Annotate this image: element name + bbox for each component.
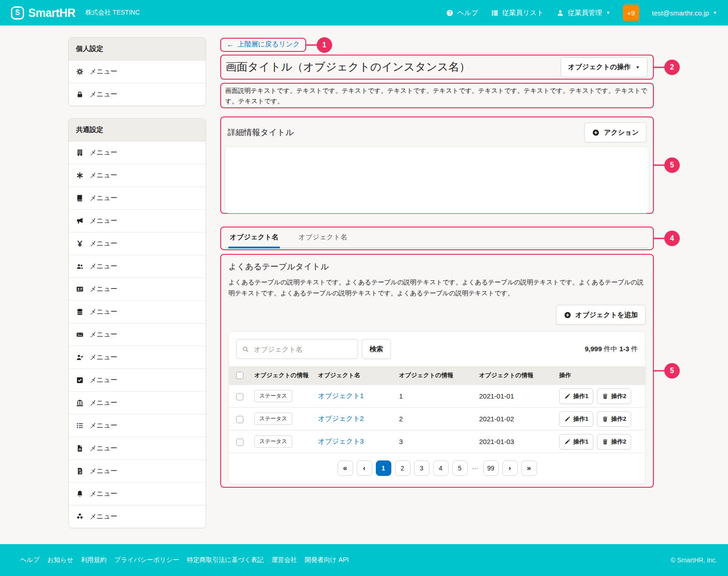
- footer-link-0[interactable]: ヘルプ: [20, 556, 40, 564]
- sidebar-item-book[interactable]: メニュー: [69, 187, 206, 209]
- sidebar-item-cubes[interactable]: メニュー: [69, 505, 206, 528]
- row-action-2-button[interactable]: 操作2: [597, 434, 631, 450]
- page-2-button[interactable]: 2: [395, 460, 410, 476]
- prev-page-button[interactable]: ‹: [357, 460, 372, 476]
- account-menu[interactable]: test@smarthr.co.jp▼: [652, 9, 717, 17]
- detail-header: 詳細情報タイトル アクション: [225, 121, 649, 147]
- smarthr-logo[interactable]: S SmartHR: [11, 6, 75, 20]
- object-link[interactable]: オブジェクト2: [318, 414, 364, 422]
- sidebar-item-database[interactable]: メニュー: [69, 300, 206, 323]
- app-header: S SmartHR 株式会社 TESTINC ヘルプ従業員リスト従業員管理▼+9…: [0, 0, 728, 25]
- sidebar-item-label: メニュー: [90, 148, 117, 157]
- last-page-button[interactable]: »: [521, 460, 537, 476]
- column-header-1: オブジェクト名: [314, 366, 395, 385]
- row-checkbox[interactable]: [236, 416, 243, 423]
- page: S SmartHR 株式会社 TESTINC ヘルプ従業員リスト従業員管理▼+9…: [0, 0, 728, 576]
- plus-circle-icon: [592, 129, 600, 136]
- plus-circle-icon: [564, 311, 571, 319]
- annotation-number-4: 4: [664, 231, 680, 246]
- sidebar-item-list[interactable]: メニュー: [69, 414, 206, 437]
- row-action-2-button[interactable]: 操作2: [597, 411, 631, 427]
- tab-object-1[interactable]: オブジェクト名: [228, 233, 280, 248]
- row-checkbox[interactable]: [236, 439, 243, 446]
- nav-help[interactable]: ヘルプ: [446, 9, 478, 17]
- page-99-button[interactable]: 99: [483, 460, 499, 476]
- row-action-1-button[interactable]: 操作1: [559, 434, 593, 450]
- select-all-checkbox[interactable]: [236, 372, 243, 379]
- id-card-icon: [76, 285, 84, 293]
- sidebar-item-label: メニュー: [90, 353, 117, 362]
- sidebar-item-megaphone[interactable]: メニュー: [69, 209, 206, 232]
- row-action-2-button[interactable]: 操作2: [597, 389, 631, 404]
- sidebar-item-building[interactable]: メニュー: [69, 141, 206, 164]
- footer-link-5[interactable]: 運営会社: [272, 556, 297, 564]
- sidebar-item-check-square[interactable]: メニュー: [69, 369, 206, 391]
- footer-link-3[interactable]: プライバシーポリシー: [114, 556, 179, 564]
- object-link[interactable]: オブジェクト1: [318, 392, 364, 399]
- page-3-button[interactable]: 3: [414, 460, 430, 476]
- sidebar-item-label: メニュー: [90, 490, 117, 498]
- back-link[interactable]: ← 上階層に戻るリンク: [227, 40, 300, 49]
- detail-action-button[interactable]: アクション: [584, 122, 647, 142]
- sidebar-item-label: メニュー: [90, 67, 117, 76]
- page-1-button[interactable]: 1: [376, 460, 391, 476]
- sidebar-item-gear[interactable]: メニュー: [69, 61, 206, 83]
- nav-employee-admin[interactable]: 従業員管理▼: [556, 9, 610, 17]
- row-action-1-button[interactable]: 操作1: [559, 411, 593, 427]
- sidebar-item-landmark[interactable]: メニュー: [69, 391, 206, 414]
- search-input[interactable]: [253, 345, 352, 354]
- account-email: test@smarthr.co.jp: [652, 9, 709, 17]
- sidebar-item-yen[interactable]: メニュー: [69, 232, 206, 255]
- sidebar-item-money-check[interactable]: メニュー: [69, 323, 206, 346]
- add-object-button[interactable]: オブジェクトを追加: [556, 305, 646, 325]
- result-count-middle: 件中: [604, 345, 617, 353]
- nav-help-label: ヘルプ: [457, 9, 478, 17]
- sidebar: 個人設定メニューメニュー共通設定メニューメニューメニューメニューメニューメニュー…: [68, 37, 206, 541]
- footer-link-6[interactable]: 開発者向け API: [305, 556, 349, 564]
- row-action-1-button[interactable]: 操作1: [559, 389, 593, 404]
- table-section-title: よくあるテーブルタイトル: [228, 261, 646, 272]
- result-count: 9,999 件中 1-3 件: [585, 345, 638, 354]
- row-action-2-label: 操作2: [611, 438, 626, 446]
- search-button[interactable]: 検索: [362, 339, 391, 359]
- footer-link-2[interactable]: 利用規約: [81, 556, 106, 564]
- status-badge: ステータス: [254, 413, 292, 425]
- sidebar-item-bell[interactable]: メニュー: [69, 482, 206, 505]
- annotation-connector: [653, 370, 665, 372]
- back-link-label: 上階層に戻るリンク: [238, 40, 300, 49]
- table-row: ステータスオブジェクト222021-01-02操作1操作2: [229, 408, 645, 430]
- status-badge: ステータス: [254, 435, 292, 448]
- page-4-button[interactable]: 4: [433, 460, 449, 476]
- copyright: © SmartHR, Inc.: [671, 556, 717, 564]
- row-checkbox[interactable]: [236, 393, 243, 400]
- sidebar-item-file-check[interactable]: メニュー: [69, 460, 206, 482]
- footer-link-1[interactable]: お知らせ: [47, 556, 73, 564]
- first-page-button[interactable]: «: [338, 460, 353, 476]
- sidebar-item-asterisk[interactable]: メニュー: [69, 164, 206, 187]
- row-actions-cell: 操作1操作2: [556, 385, 645, 408]
- object-link[interactable]: オブジェクト3: [318, 437, 364, 445]
- row-actions: 操作1操作2: [559, 389, 642, 404]
- sidebar-item-lock[interactable]: メニュー: [69, 83, 206, 106]
- annotation-connector: [653, 95, 654, 96]
- search-button-label: 検索: [369, 345, 383, 354]
- sidebar-item-user-check[interactable]: メニュー: [69, 346, 206, 369]
- annotation-box-back-link: ← 上階層に戻るリンク 1: [220, 38, 306, 52]
- smarthr-logo-text: SmartHR: [28, 6, 75, 20]
- tab-object-2[interactable]: オブジェクト名: [297, 233, 349, 248]
- notification-count-badge[interactable]: +9: [623, 5, 639, 21]
- add-button-row: オブジェクトを追加: [228, 305, 646, 325]
- trash-icon: [602, 416, 608, 422]
- nav-employee-list[interactable]: 従業員リスト: [491, 9, 544, 17]
- result-count-range: 1-3: [619, 345, 629, 353]
- object-actions-button[interactable]: オブジェクトの操作 ▼: [561, 57, 647, 77]
- sidebar-item-file[interactable]: メニュー: [69, 437, 206, 460]
- result-count-suffix: 件: [631, 345, 638, 353]
- sidebar-section-1: 共通設定メニューメニューメニューメニューメニューメニューメニューメニューメニュー…: [68, 118, 206, 528]
- footer-link-4[interactable]: 特定商取引法に基づく表記: [187, 556, 264, 564]
- next-page-button[interactable]: ›: [502, 460, 518, 476]
- sidebar-item-id-card[interactable]: メニュー: [69, 278, 206, 300]
- sidebar-item-users[interactable]: メニュー: [69, 255, 206, 278]
- annotation-connector: [305, 44, 317, 45]
- page-5-button[interactable]: 5: [452, 460, 468, 476]
